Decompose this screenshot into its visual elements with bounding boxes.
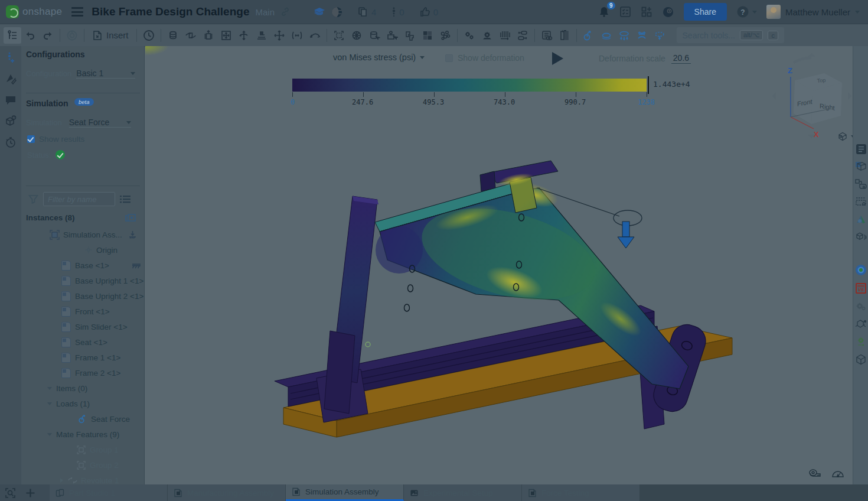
mate-connector-icon[interactable]: [348, 27, 366, 44]
bom-app-icon[interactable]: [856, 144, 867, 155]
slider-mate-icon[interactable]: [200, 27, 217, 44]
tree-item-sim-slider[interactable]: Sim Slider <1>: [61, 319, 128, 334]
frame-plate[interactable]: [145, 46, 688, 389]
search-tools[interactable]: Search tools... alt/⌥ c: [677, 27, 784, 43]
history-panel-icon[interactable]: [4, 136, 17, 149]
sim-remote-load-icon[interactable]: [651, 27, 668, 44]
tree-item-group-1[interactable]: Group 1: [77, 442, 119, 457]
named-views-icon[interactable]: [556, 27, 573, 44]
tree-item-frame-2[interactable]: Frame 2 <1>: [61, 365, 120, 380]
sim-load-icon[interactable]: [580, 27, 598, 44]
tree-item-base-upright-1[interactable]: Base Upright 1 <1>: [61, 273, 143, 288]
undo-icon[interactable]: [21, 27, 39, 44]
show-results-checkbox[interactable]: [27, 135, 35, 143]
versions-panel-icon[interactable]: ?: [4, 115, 17, 128]
fasten-mate-icon[interactable]: [164, 27, 182, 44]
tree-item-base-upright-2[interactable]: Base Upright 2 <1>: [61, 288, 143, 304]
3d-model-canvas[interactable]: [145, 46, 853, 484]
comments-panel-icon[interactable]: [4, 93, 17, 106]
export-part-app-icon[interactable]: [855, 179, 867, 190]
app-store-icon[interactable]: [641, 6, 652, 18]
insert-button[interactable]: Insert: [87, 30, 133, 41]
simulation-dropdown[interactable]: Seat Force: [69, 118, 131, 128]
box-app-icon[interactable]: [855, 354, 867, 365]
public-globe-icon[interactable]: [331, 6, 342, 18]
new-tab-button[interactable]: [20, 484, 40, 501]
onshape-logo[interactable]: onshape: [6, 5, 62, 18]
tree-section-loads[interactable]: Loads (1): [47, 396, 90, 411]
target-app-icon[interactable]: [855, 264, 867, 276]
sim-constraint-icon[interactable]: [633, 27, 651, 44]
animate-icon[interactable]: [140, 27, 158, 44]
named-positions-icon[interactable]: [366, 27, 383, 44]
likes-count[interactable]: 0: [420, 6, 438, 17]
vs-app-icon[interactable]: VS: [855, 282, 867, 294]
planar-mate-icon[interactable]: [217, 27, 235, 44]
view-cube-top-label[interactable]: Top: [817, 77, 825, 84]
tab-experimental-setup[interactable]: Experimental Setup: [404, 484, 522, 501]
tree-section-items[interactable]: Items (0): [47, 380, 87, 396]
revolute-mate-icon[interactable]: [182, 27, 200, 44]
tab-force-testing[interactable]: Force Testing: [522, 484, 640, 501]
list-options-icon[interactable]: [120, 195, 130, 204]
gear-sync-app-icon[interactable]: [855, 336, 867, 347]
tree-item-seat[interactable]: Seat <1>: [61, 334, 107, 350]
workspace-name[interactable]: Main: [255, 7, 275, 17]
notifications-bell-icon[interactable]: 9: [598, 6, 610, 18]
sim-pressure-icon[interactable]: [615, 27, 633, 44]
rack-pinion-icon[interactable]: [496, 27, 514, 44]
render-app-icon[interactable]: [855, 214, 867, 225]
kinematics-app-icon[interactable]: [855, 318, 867, 330]
dimension-app-icon[interactable]: [855, 197, 867, 207]
tab-part-studio-1[interactable]: Part Studio 1: [50, 484, 168, 501]
group-icon[interactable]: [330, 27, 348, 44]
redo-icon[interactable]: [39, 27, 57, 44]
tab-simulation-assembly[interactable]: Simulation Assembly: [286, 484, 404, 501]
insert-part-icon[interactable]: [383, 27, 401, 44]
cylindrical-mate-icon[interactable]: [235, 27, 253, 44]
tab-search-icon[interactable]: [0, 484, 20, 501]
frame-app-icon[interactable]: [855, 161, 867, 173]
appearance-panel-icon[interactable]: [4, 72, 17, 85]
feature-list-toggle-icon[interactable]: [4, 27, 21, 44]
3d-viewport[interactable]: von Mises stress (psi) Show deformation …: [145, 46, 853, 484]
learning-center-icon[interactable]: [314, 6, 325, 17]
pattern-icon[interactable]: [401, 27, 419, 44]
gear-relation-icon[interactable]: [478, 27, 496, 44]
tree-item-base[interactable]: Base <1>: [61, 258, 141, 273]
linear-pattern-icon[interactable]: [419, 27, 436, 44]
help-menu[interactable]: ?: [736, 5, 757, 18]
tree-item-assembly-root[interactable]: Simulation Ass...: [50, 227, 137, 242]
share-button[interactable]: Share: [684, 3, 727, 21]
user-menu[interactable]: Matthew Mueller: [766, 5, 860, 19]
filter-input[interactable]: Filter by name: [43, 192, 115, 206]
tree-section-mate-features[interactable]: Mate Features (9): [47, 427, 119, 442]
tangent-mate-icon[interactable]: [306, 27, 324, 44]
explode-icon[interactable]: [436, 27, 454, 44]
assembly-features-icon[interactable]: [461, 27, 478, 44]
view-cube[interactable]: Top Front Right Z X: [771, 52, 853, 141]
bom-icon[interactable]: [538, 27, 556, 44]
tape-measure-icon[interactable]: [808, 468, 821, 479]
parallel-mate-icon[interactable]: [288, 27, 306, 44]
ball-mate-icon[interactable]: [270, 27, 288, 44]
add-folder-icon[interactable]: [125, 213, 136, 222]
ai-assistant-icon[interactable]: [662, 6, 674, 18]
tree-item-group-2[interactable]: Group 2: [77, 457, 119, 473]
configurations-panel-icon[interactable]: [4, 51, 17, 64]
configuration-dropdown[interactable]: Basic 1: [76, 69, 135, 79]
gears-app-icon[interactable]: [855, 301, 867, 312]
replicate-icon[interactable]: [514, 27, 531, 44]
tree-item-frame-1[interactable]: Frame 1 <1>: [61, 350, 120, 365]
featurescript-app-icon[interactable]: [855, 232, 867, 243]
tasks-icon[interactable]: [619, 6, 631, 18]
link-icon[interactable]: [280, 7, 290, 17]
tree-item-front[interactable]: Front <1>: [61, 304, 110, 319]
pin-slot-mate-icon[interactable]: [253, 27, 270, 44]
tree-item-seat-force[interactable]: Seat Force: [78, 411, 130, 427]
main-menu-icon[interactable]: [71, 7, 83, 17]
tree-item-origin[interactable]: Origin: [85, 242, 118, 258]
tab-manufacturing-assembly[interactable]: Manufacturing Assembly: [168, 484, 286, 501]
versions-count[interactable]: 0: [391, 6, 404, 17]
protractor-icon[interactable]: [831, 469, 844, 478]
